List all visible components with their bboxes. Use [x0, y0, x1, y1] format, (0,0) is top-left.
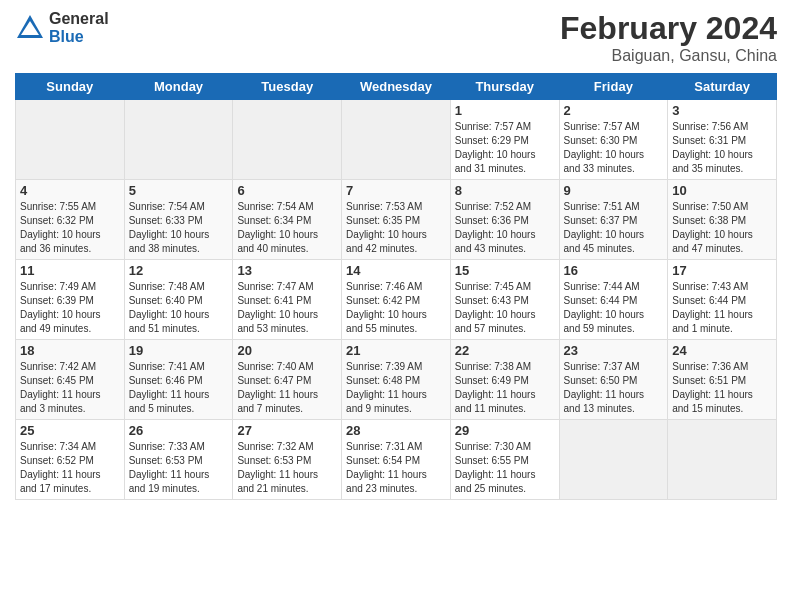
day-number: 12 — [129, 263, 229, 278]
calendar-cell: 14Sunrise: 7:46 AMSunset: 6:42 PMDayligh… — [342, 260, 451, 340]
day-number: 22 — [455, 343, 555, 358]
calendar-cell: 3Sunrise: 7:56 AMSunset: 6:31 PMDaylight… — [668, 100, 777, 180]
logo-blue: Blue — [49, 28, 109, 46]
day-info: Sunrise: 7:47 AMSunset: 6:41 PMDaylight:… — [237, 280, 337, 336]
calendar-week-row: 18Sunrise: 7:42 AMSunset: 6:45 PMDayligh… — [16, 340, 777, 420]
calendar-cell: 9Sunrise: 7:51 AMSunset: 6:37 PMDaylight… — [559, 180, 668, 260]
day-info: Sunrise: 7:54 AMSunset: 6:33 PMDaylight:… — [129, 200, 229, 256]
calendar-cell: 23Sunrise: 7:37 AMSunset: 6:50 PMDayligh… — [559, 340, 668, 420]
day-number: 14 — [346, 263, 446, 278]
calendar-cell: 27Sunrise: 7:32 AMSunset: 6:53 PMDayligh… — [233, 420, 342, 500]
day-number: 11 — [20, 263, 120, 278]
day-number: 26 — [129, 423, 229, 438]
logo-general: General — [49, 10, 109, 28]
title-block: February 2024 Baiguan, Gansu, China — [560, 10, 777, 65]
calendar-cell: 26Sunrise: 7:33 AMSunset: 6:53 PMDayligh… — [124, 420, 233, 500]
day-info: Sunrise: 7:44 AMSunset: 6:44 PMDaylight:… — [564, 280, 664, 336]
day-info: Sunrise: 7:52 AMSunset: 6:36 PMDaylight:… — [455, 200, 555, 256]
calendar-week-row: 25Sunrise: 7:34 AMSunset: 6:52 PMDayligh… — [16, 420, 777, 500]
day-info: Sunrise: 7:46 AMSunset: 6:42 PMDaylight:… — [346, 280, 446, 336]
day-number: 19 — [129, 343, 229, 358]
calendar-cell: 17Sunrise: 7:43 AMSunset: 6:44 PMDayligh… — [668, 260, 777, 340]
calendar-cell: 5Sunrise: 7:54 AMSunset: 6:33 PMDaylight… — [124, 180, 233, 260]
calendar-cell — [16, 100, 125, 180]
day-info: Sunrise: 7:48 AMSunset: 6:40 PMDaylight:… — [129, 280, 229, 336]
day-number: 18 — [20, 343, 120, 358]
day-info: Sunrise: 7:30 AMSunset: 6:55 PMDaylight:… — [455, 440, 555, 496]
calendar-week-row: 4Sunrise: 7:55 AMSunset: 6:32 PMDaylight… — [16, 180, 777, 260]
logo: General Blue — [15, 10, 109, 45]
weekday-header: Wednesday — [342, 74, 451, 100]
day-info: Sunrise: 7:38 AMSunset: 6:49 PMDaylight:… — [455, 360, 555, 416]
calendar-title: February 2024 — [560, 10, 777, 47]
day-number: 15 — [455, 263, 555, 278]
day-info: Sunrise: 7:41 AMSunset: 6:46 PMDaylight:… — [129, 360, 229, 416]
day-number: 25 — [20, 423, 120, 438]
day-info: Sunrise: 7:34 AMSunset: 6:52 PMDaylight:… — [20, 440, 120, 496]
calendar-cell: 7Sunrise: 7:53 AMSunset: 6:35 PMDaylight… — [342, 180, 451, 260]
day-number: 29 — [455, 423, 555, 438]
calendar-cell: 4Sunrise: 7:55 AMSunset: 6:32 PMDaylight… — [16, 180, 125, 260]
calendar-cell — [124, 100, 233, 180]
day-info: Sunrise: 7:55 AMSunset: 6:32 PMDaylight:… — [20, 200, 120, 256]
day-info: Sunrise: 7:50 AMSunset: 6:38 PMDaylight:… — [672, 200, 772, 256]
weekday-header: Tuesday — [233, 74, 342, 100]
calendar-location: Baiguan, Gansu, China — [560, 47, 777, 65]
weekday-header: Sunday — [16, 74, 125, 100]
calendar-page: General Blue February 2024 Baiguan, Gans… — [0, 0, 792, 612]
day-number: 20 — [237, 343, 337, 358]
day-info: Sunrise: 7:31 AMSunset: 6:54 PMDaylight:… — [346, 440, 446, 496]
day-number: 7 — [346, 183, 446, 198]
calendar-cell: 24Sunrise: 7:36 AMSunset: 6:51 PMDayligh… — [668, 340, 777, 420]
calendar-cell: 22Sunrise: 7:38 AMSunset: 6:49 PMDayligh… — [450, 340, 559, 420]
calendar-cell: 29Sunrise: 7:30 AMSunset: 6:55 PMDayligh… — [450, 420, 559, 500]
day-info: Sunrise: 7:45 AMSunset: 6:43 PMDaylight:… — [455, 280, 555, 336]
calendar-cell — [233, 100, 342, 180]
day-number: 21 — [346, 343, 446, 358]
weekday-header: Saturday — [668, 74, 777, 100]
day-info: Sunrise: 7:40 AMSunset: 6:47 PMDaylight:… — [237, 360, 337, 416]
logo-icon — [15, 13, 45, 43]
day-number: 16 — [564, 263, 664, 278]
calendar-cell: 21Sunrise: 7:39 AMSunset: 6:48 PMDayligh… — [342, 340, 451, 420]
day-number: 10 — [672, 183, 772, 198]
weekday-header: Friday — [559, 74, 668, 100]
day-info: Sunrise: 7:43 AMSunset: 6:44 PMDaylight:… — [672, 280, 772, 336]
day-number: 5 — [129, 183, 229, 198]
calendar-cell: 16Sunrise: 7:44 AMSunset: 6:44 PMDayligh… — [559, 260, 668, 340]
day-info: Sunrise: 7:57 AMSunset: 6:29 PMDaylight:… — [455, 120, 555, 176]
calendar-cell: 15Sunrise: 7:45 AMSunset: 6:43 PMDayligh… — [450, 260, 559, 340]
calendar-week-row: 1Sunrise: 7:57 AMSunset: 6:29 PMDaylight… — [16, 100, 777, 180]
calendar-table: SundayMondayTuesdayWednesdayThursdayFrid… — [15, 73, 777, 500]
logo-text: General Blue — [49, 10, 109, 45]
calendar-cell: 25Sunrise: 7:34 AMSunset: 6:52 PMDayligh… — [16, 420, 125, 500]
day-info: Sunrise: 7:37 AMSunset: 6:50 PMDaylight:… — [564, 360, 664, 416]
day-info: Sunrise: 7:39 AMSunset: 6:48 PMDaylight:… — [346, 360, 446, 416]
day-number: 3 — [672, 103, 772, 118]
day-info: Sunrise: 7:53 AMSunset: 6:35 PMDaylight:… — [346, 200, 446, 256]
calendar-cell: 2Sunrise: 7:57 AMSunset: 6:30 PMDaylight… — [559, 100, 668, 180]
calendar-cell — [559, 420, 668, 500]
calendar-cell: 6Sunrise: 7:54 AMSunset: 6:34 PMDaylight… — [233, 180, 342, 260]
header-row: SundayMondayTuesdayWednesdayThursdayFrid… — [16, 74, 777, 100]
calendar-cell: 8Sunrise: 7:52 AMSunset: 6:36 PMDaylight… — [450, 180, 559, 260]
calendar-cell — [342, 100, 451, 180]
day-number: 8 — [455, 183, 555, 198]
calendar-cell: 20Sunrise: 7:40 AMSunset: 6:47 PMDayligh… — [233, 340, 342, 420]
day-number: 13 — [237, 263, 337, 278]
calendar-cell: 1Sunrise: 7:57 AMSunset: 6:29 PMDaylight… — [450, 100, 559, 180]
day-number: 27 — [237, 423, 337, 438]
day-number: 4 — [20, 183, 120, 198]
calendar-week-row: 11Sunrise: 7:49 AMSunset: 6:39 PMDayligh… — [16, 260, 777, 340]
day-number: 24 — [672, 343, 772, 358]
calendar-cell: 11Sunrise: 7:49 AMSunset: 6:39 PMDayligh… — [16, 260, 125, 340]
day-info: Sunrise: 7:54 AMSunset: 6:34 PMDaylight:… — [237, 200, 337, 256]
calendar-cell: 13Sunrise: 7:47 AMSunset: 6:41 PMDayligh… — [233, 260, 342, 340]
day-info: Sunrise: 7:49 AMSunset: 6:39 PMDaylight:… — [20, 280, 120, 336]
calendar-cell — [668, 420, 777, 500]
day-info: Sunrise: 7:56 AMSunset: 6:31 PMDaylight:… — [672, 120, 772, 176]
day-info: Sunrise: 7:33 AMSunset: 6:53 PMDaylight:… — [129, 440, 229, 496]
day-number: 6 — [237, 183, 337, 198]
day-info: Sunrise: 7:32 AMSunset: 6:53 PMDaylight:… — [237, 440, 337, 496]
day-number: 28 — [346, 423, 446, 438]
